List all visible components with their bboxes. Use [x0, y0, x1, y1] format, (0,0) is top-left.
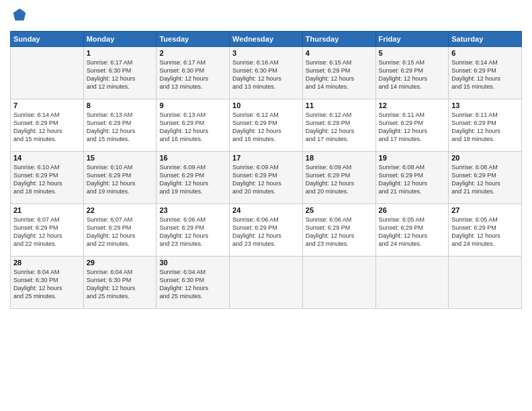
weekday-header-thursday: Thursday	[302, 32, 375, 47]
day-info: Sunrise: 6:11 AM Sunset: 6:29 PM Dayligh…	[379, 111, 446, 144]
day-info: Sunrise: 6:12 AM Sunset: 6:29 PM Dayligh…	[232, 111, 300, 144]
calendar-cell: 22Sunrise: 6:07 AM Sunset: 6:29 PM Dayli…	[83, 204, 157, 257]
day-info: Sunrise: 6:16 AM Sunset: 6:30 PM Dayligh…	[232, 58, 300, 91]
weekday-header-saturday: Saturday	[449, 32, 522, 47]
calendar-cell: 11Sunrise: 6:12 AM Sunset: 6:29 PM Dayli…	[302, 99, 375, 152]
day-info: Sunrise: 6:08 AM Sunset: 6:29 PM Dayligh…	[451, 163, 519, 196]
calendar-cell: 1Sunrise: 6:17 AM Sunset: 6:30 PM Daylig…	[83, 47, 157, 99]
calendar-cell	[375, 257, 449, 309]
day-info: Sunrise: 6:12 AM Sunset: 6:29 PM Dayligh…	[306, 111, 373, 144]
day-info: Sunrise: 6:04 AM Sunset: 6:30 PM Dayligh…	[159, 268, 226, 301]
day-number: 7	[13, 101, 81, 109]
day-info: Sunrise: 6:17 AM Sunset: 6:30 PM Dayligh…	[159, 58, 226, 91]
calendar-cell: 3Sunrise: 6:16 AM Sunset: 6:30 PM Daylig…	[230, 47, 303, 99]
day-info: Sunrise: 6:07 AM Sunset: 6:29 PM Dayligh…	[87, 216, 154, 248]
calendar-cell: 29Sunrise: 6:04 AM Sunset: 6:30 PM Dayli…	[83, 257, 157, 309]
day-number: 21	[13, 206, 81, 214]
calendar-cell: 15Sunrise: 6:10 AM Sunset: 6:29 PM Dayli…	[83, 152, 157, 204]
day-number: 17	[232, 154, 300, 162]
day-number: 27	[451, 206, 519, 214]
day-info: Sunrise: 6:14 AM Sunset: 6:29 PM Dayligh…	[13, 111, 81, 144]
day-number: 3	[232, 49, 300, 57]
calendar-cell: 9Sunrise: 6:13 AM Sunset: 6:29 PM Daylig…	[157, 99, 230, 152]
calendar-cell: 26Sunrise: 6:05 AM Sunset: 6:29 PM Dayli…	[375, 204, 449, 257]
day-info: Sunrise: 6:09 AM Sunset: 6:29 PM Dayligh…	[306, 163, 373, 196]
day-info: Sunrise: 6:06 AM Sunset: 6:29 PM Dayligh…	[306, 216, 373, 248]
calendar-cell: 30Sunrise: 6:04 AM Sunset: 6:30 PM Dayli…	[157, 257, 230, 309]
day-info: Sunrise: 6:06 AM Sunset: 6:29 PM Dayligh…	[159, 216, 226, 248]
calendar-cell	[11, 47, 84, 99]
calendar-cell: 12Sunrise: 6:11 AM Sunset: 6:29 PM Dayli…	[375, 99, 449, 152]
calendar-cell	[449, 257, 522, 309]
header	[10, 7, 522, 26]
calendar-cell: 18Sunrise: 6:09 AM Sunset: 6:29 PM Dayli…	[302, 152, 375, 204]
day-number: 26	[379, 206, 446, 214]
calendar-row-0: 1Sunrise: 6:17 AM Sunset: 6:30 PM Daylig…	[11, 47, 522, 99]
day-number: 2	[159, 49, 226, 57]
day-info: Sunrise: 6:06 AM Sunset: 6:29 PM Dayligh…	[232, 216, 300, 248]
day-info: Sunrise: 6:05 AM Sunset: 6:29 PM Dayligh…	[451, 216, 519, 248]
logo	[10, 7, 30, 26]
calendar-cell	[230, 257, 303, 309]
day-info: Sunrise: 6:17 AM Sunset: 6:30 PM Dayligh…	[87, 58, 154, 91]
calendar-cell: 16Sunrise: 6:09 AM Sunset: 6:29 PM Dayli…	[157, 152, 230, 204]
day-info: Sunrise: 6:09 AM Sunset: 6:29 PM Dayligh…	[159, 163, 226, 196]
day-info: Sunrise: 6:15 AM Sunset: 6:29 PM Dayligh…	[306, 58, 373, 91]
svg-marker-0	[13, 9, 26, 21]
calendar-cell: 19Sunrise: 6:08 AM Sunset: 6:29 PM Dayli…	[375, 152, 449, 204]
calendar-cell: 7Sunrise: 6:14 AM Sunset: 6:29 PM Daylig…	[11, 99, 84, 152]
calendar-cell: 25Sunrise: 6:06 AM Sunset: 6:29 PM Dayli…	[302, 204, 375, 257]
day-number: 28	[13, 259, 81, 267]
day-number: 6	[451, 49, 519, 57]
day-number: 23	[159, 206, 226, 214]
day-number: 13	[451, 101, 519, 109]
day-info: Sunrise: 6:10 AM Sunset: 6:29 PM Dayligh…	[87, 163, 154, 196]
weekday-header-tuesday: Tuesday	[157, 32, 230, 47]
day-info: Sunrise: 6:14 AM Sunset: 6:29 PM Dayligh…	[451, 58, 519, 91]
weekday-header-monday: Monday	[83, 32, 157, 47]
day-number: 1	[87, 49, 154, 57]
day-number: 16	[159, 154, 226, 162]
calendar-cell: 13Sunrise: 6:11 AM Sunset: 6:29 PM Dayli…	[449, 99, 522, 152]
weekday-header-sunday: Sunday	[11, 32, 84, 47]
day-number: 29	[87, 259, 154, 267]
calendar-row-4: 28Sunrise: 6:04 AM Sunset: 6:30 PM Dayli…	[11, 257, 522, 309]
calendar-cell: 14Sunrise: 6:10 AM Sunset: 6:29 PM Dayli…	[11, 152, 84, 204]
page: SundayMondayTuesdayWednesdayThursdayFrid…	[0, 0, 532, 411]
day-number: 12	[379, 101, 446, 109]
day-number: 24	[232, 206, 300, 214]
day-number: 25	[306, 206, 373, 214]
day-number: 19	[379, 154, 446, 162]
day-number: 20	[451, 154, 519, 162]
day-info: Sunrise: 6:07 AM Sunset: 6:29 PM Dayligh…	[13, 216, 81, 248]
weekday-header-friday: Friday	[375, 32, 449, 47]
day-number: 5	[379, 49, 446, 57]
day-number: 10	[232, 101, 300, 109]
day-info: Sunrise: 6:13 AM Sunset: 6:29 PM Dayligh…	[159, 111, 226, 144]
day-number: 8	[87, 101, 154, 109]
day-info: Sunrise: 6:05 AM Sunset: 6:29 PM Dayligh…	[379, 216, 446, 248]
day-number: 30	[159, 259, 226, 267]
day-number: 4	[306, 49, 373, 57]
calendar-row-3: 21Sunrise: 6:07 AM Sunset: 6:29 PM Dayli…	[11, 204, 522, 257]
day-info: Sunrise: 6:11 AM Sunset: 6:29 PM Dayligh…	[451, 111, 519, 144]
calendar-row-1: 7Sunrise: 6:14 AM Sunset: 6:29 PM Daylig…	[11, 99, 522, 152]
day-number: 11	[306, 101, 373, 109]
calendar-cell: 28Sunrise: 6:04 AM Sunset: 6:30 PM Dayli…	[11, 257, 84, 309]
day-number: 9	[159, 101, 226, 109]
day-info: Sunrise: 6:04 AM Sunset: 6:30 PM Dayligh…	[13, 268, 81, 301]
day-info: Sunrise: 6:13 AM Sunset: 6:29 PM Dayligh…	[87, 111, 154, 144]
logo-icon	[10, 7, 29, 26]
day-info: Sunrise: 6:09 AM Sunset: 6:29 PM Dayligh…	[232, 163, 300, 196]
day-number: 14	[13, 154, 81, 162]
calendar-cell: 5Sunrise: 6:15 AM Sunset: 6:29 PM Daylig…	[375, 47, 449, 99]
day-number: 15	[87, 154, 154, 162]
calendar-cell: 21Sunrise: 6:07 AM Sunset: 6:29 PM Dayli…	[11, 204, 84, 257]
calendar-cell: 20Sunrise: 6:08 AM Sunset: 6:29 PM Dayli…	[449, 152, 522, 204]
weekday-header-row: SundayMondayTuesdayWednesdayThursdayFrid…	[11, 32, 522, 47]
calendar-cell	[302, 257, 375, 309]
calendar-cell: 17Sunrise: 6:09 AM Sunset: 6:29 PM Dayli…	[230, 152, 303, 204]
calendar-table: SundayMondayTuesdayWednesdayThursdayFrid…	[10, 31, 522, 309]
calendar-row-2: 14Sunrise: 6:10 AM Sunset: 6:29 PM Dayli…	[11, 152, 522, 204]
calendar-cell: 10Sunrise: 6:12 AM Sunset: 6:29 PM Dayli…	[230, 99, 303, 152]
